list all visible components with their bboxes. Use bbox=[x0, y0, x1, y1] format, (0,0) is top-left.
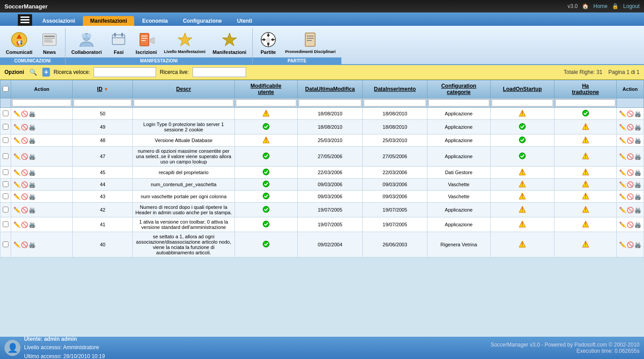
print-icon[interactable]: 🖨️ bbox=[634, 153, 641, 160]
edit-icon[interactable]: ✏️ bbox=[13, 193, 21, 200]
filter-action-input[interactable] bbox=[12, 99, 71, 106]
edit-icon[interactable]: ✏️ bbox=[619, 153, 626, 160]
row-checkbox[interactable] bbox=[3, 221, 8, 227]
row-checkbox[interactable] bbox=[3, 153, 8, 159]
edit-icon[interactable]: ✏️ bbox=[13, 241, 21, 248]
logout-link[interactable]: Logout bbox=[623, 3, 640, 9]
print-icon[interactable]: 🖨️ bbox=[634, 169, 641, 176]
print-icon[interactable]: 🖨️ bbox=[634, 221, 641, 228]
col-id[interactable]: ID ▼ bbox=[73, 80, 133, 98]
edit-icon[interactable]: ✏️ bbox=[13, 137, 21, 144]
filter-data-ultima-input[interactable] bbox=[299, 99, 362, 106]
print-icon[interactable]: 🖨️ bbox=[29, 207, 36, 213]
print-icon[interactable]: 🖨️ bbox=[29, 221, 36, 228]
delete-icon[interactable]: 🚫 bbox=[627, 207, 634, 213]
print-icon[interactable]: 🖨️ bbox=[29, 169, 36, 176]
print-icon[interactable]: 🖨️ bbox=[29, 124, 36, 131]
delete-icon[interactable]: 🚫 bbox=[21, 124, 28, 131]
delete-icon[interactable]: 🚫 bbox=[627, 124, 634, 131]
print-icon[interactable]: 🖨️ bbox=[634, 124, 641, 131]
edit-icon[interactable]: ✏️ bbox=[619, 207, 626, 213]
edit-icon[interactable]: ✏️ bbox=[619, 181, 626, 188]
row-checkbox[interactable] bbox=[3, 137, 8, 143]
filter-data-inserimento-input[interactable] bbox=[364, 99, 426, 106]
edit-icon[interactable]: ✏️ bbox=[13, 221, 21, 228]
edit-icon[interactable]: ✏️ bbox=[13, 169, 21, 176]
print-icon[interactable]: 🖨️ bbox=[634, 181, 641, 188]
col-load-on-startup[interactable]: LoadOnStartup bbox=[490, 80, 554, 98]
delete-icon[interactable]: 🚫 bbox=[21, 169, 28, 176]
delete-icon[interactable]: 🚫 bbox=[627, 137, 634, 144]
provvedimenti-btn[interactable]: Provvedimenti Disciplinari bbox=[282, 29, 339, 57]
col-data-ultima-modifica[interactable]: DataUltimaModifica bbox=[297, 80, 363, 98]
edit-icon[interactable]: ✏️ bbox=[619, 110, 626, 117]
row-checkbox[interactable] bbox=[3, 181, 8, 187]
delete-icon[interactable]: 🚫 bbox=[21, 193, 28, 200]
edit-icon[interactable]: ✏️ bbox=[13, 153, 21, 160]
livello-manifestazioni-btn[interactable]: Livello Manifestazioni bbox=[160, 29, 209, 57]
select-all-checkbox[interactable] bbox=[3, 86, 8, 92]
filter-modificabile-input[interactable] bbox=[236, 99, 296, 106]
tab-utenti[interactable]: Utenti bbox=[230, 16, 259, 26]
col-ha-traduzione[interactable]: Hatraduzione bbox=[554, 80, 617, 98]
manifestazioni-icon-btn[interactable]: Manifestazioni bbox=[209, 29, 250, 57]
delete-icon[interactable]: 🚫 bbox=[627, 181, 634, 188]
delete-icon[interactable]: 🚫 bbox=[21, 207, 28, 213]
row-checkbox[interactable] bbox=[3, 124, 8, 130]
delete-icon[interactable]: 🚫 bbox=[21, 221, 28, 228]
print-icon[interactable]: 🖨️ bbox=[634, 207, 641, 213]
edit-icon[interactable]: ✏️ bbox=[13, 124, 21, 131]
col-descr[interactable]: Descr bbox=[133, 80, 235, 98]
tab-economia[interactable]: Economia bbox=[135, 16, 175, 26]
edit-icon[interactable]: ✏️ bbox=[13, 207, 21, 213]
iscrizioni-btn[interactable]: Iscrizioni bbox=[132, 29, 160, 57]
delete-icon[interactable]: 🚫 bbox=[627, 169, 634, 176]
delete-icon[interactable]: 🚫 bbox=[21, 241, 28, 248]
search-btn[interactable]: 🔍 bbox=[28, 68, 39, 76]
tab-associazioni[interactable]: Associazioni bbox=[35, 16, 82, 26]
edit-icon[interactable]: ✏️ bbox=[619, 193, 626, 200]
col-data-inserimento[interactable]: DataInserimento bbox=[363, 80, 427, 98]
print-icon[interactable]: 🖨️ bbox=[29, 193, 36, 200]
tab-manifestazioni[interactable]: Manifestazioni bbox=[83, 16, 134, 26]
print-icon[interactable]: 🖨️ bbox=[29, 181, 36, 188]
filter-load-input[interactable] bbox=[492, 99, 553, 106]
edit-icon[interactable]: ✏️ bbox=[13, 181, 21, 188]
print-icon[interactable]: 🖨️ bbox=[634, 137, 641, 144]
delete-icon[interactable]: 🚫 bbox=[21, 137, 28, 144]
ricerca-live-input[interactable] bbox=[193, 67, 246, 77]
delete-icon[interactable]: 🚫 bbox=[627, 193, 634, 200]
filter-descr-input[interactable] bbox=[134, 99, 234, 106]
print-icon[interactable]: 🖨️ bbox=[29, 137, 36, 144]
delete-icon[interactable]: 🚫 bbox=[627, 241, 634, 248]
delete-icon[interactable]: 🚫 bbox=[627, 221, 634, 228]
tab-configurazione[interactable]: Configurazione bbox=[176, 16, 229, 26]
comunicati-btn[interactable]: 📢 Comunicati bbox=[2, 29, 36, 57]
row-checkbox[interactable] bbox=[3, 169, 8, 175]
print-icon[interactable]: 🖨️ bbox=[29, 110, 36, 117]
print-icon[interactable]: 🖨️ bbox=[634, 110, 641, 117]
filter-id-input[interactable] bbox=[74, 99, 131, 106]
edit-icon[interactable]: ✏️ bbox=[619, 124, 626, 131]
col-configuration-categorie[interactable]: Configurationcategorie bbox=[427, 80, 490, 98]
collaboratori-btn[interactable]: Collaboratori bbox=[68, 29, 105, 57]
delete-icon[interactable]: 🚫 bbox=[21, 153, 28, 160]
edit-icon[interactable]: ✏️ bbox=[619, 241, 626, 248]
filter-traduzione-input[interactable] bbox=[555, 99, 615, 106]
filter-categorie-input[interactable] bbox=[428, 99, 489, 106]
print-icon[interactable]: 🖨️ bbox=[634, 193, 641, 200]
news-btn[interactable]: News bbox=[36, 29, 63, 57]
delete-icon[interactable]: 🚫 bbox=[627, 110, 634, 117]
row-checkbox[interactable] bbox=[3, 193, 8, 199]
col-action-left[interactable]: Action bbox=[11, 80, 73, 98]
row-checkbox[interactable] bbox=[3, 241, 8, 247]
ricerca-veloce-input[interactable] bbox=[94, 67, 156, 77]
edit-icon[interactable]: ✏️ bbox=[619, 169, 626, 176]
home-link[interactable]: Home bbox=[593, 3, 607, 9]
print-icon[interactable]: 🖨️ bbox=[29, 241, 36, 248]
col-action-right[interactable]: Action bbox=[616, 80, 644, 98]
print-icon[interactable]: 🖨️ bbox=[29, 153, 36, 160]
delete-icon[interactable]: 🚫 bbox=[21, 110, 28, 117]
delete-icon[interactable]: 🚫 bbox=[627, 153, 634, 160]
partite-btn[interactable]: Partite bbox=[255, 29, 282, 57]
